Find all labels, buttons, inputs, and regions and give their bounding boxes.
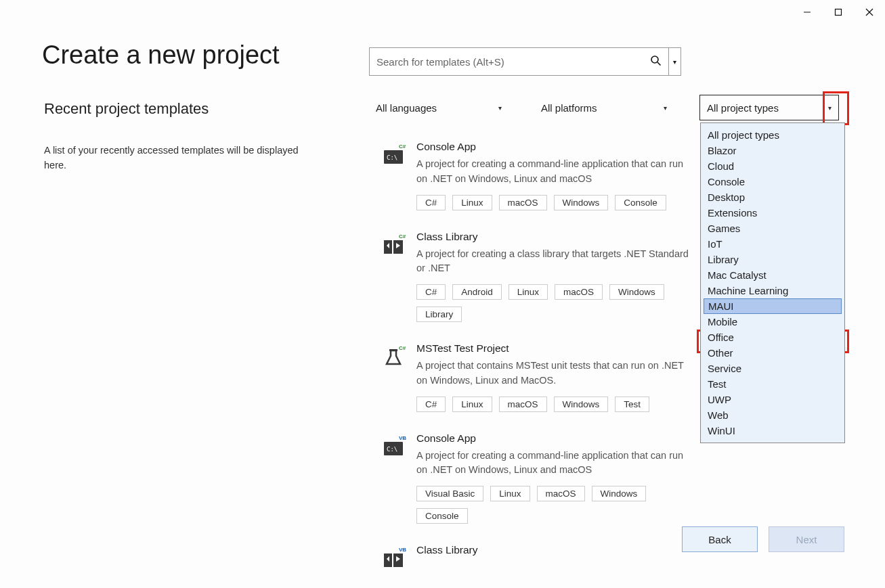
caret-down-icon: ▾: [673, 58, 676, 66]
project-type-option[interactable]: UWP: [701, 392, 844, 407]
caret-down-icon: ▾: [498, 104, 502, 112]
window-controls: [792, 0, 885, 24]
template-name: Console App: [416, 432, 694, 445]
svg-text:C#: C#: [399, 233, 406, 240]
template-tag: C#: [416, 397, 446, 412]
search-box[interactable]: [369, 47, 669, 76]
svg-text:VB: VB: [399, 435, 406, 441]
template-item[interactable]: C#Class LibraryA project for creating a …: [383, 231, 694, 323]
project-type-option[interactable]: Extensions: [701, 205, 844, 221]
template-tag: C#: [416, 195, 446, 210]
platform-filter[interactable]: All platforms ▾: [534, 95, 674, 120]
maximize-icon: [834, 8, 842, 16]
project-type-option[interactable]: Test: [701, 376, 844, 392]
template-body: Class LibraryA project for creating a cl…: [416, 231, 694, 323]
caret-down-icon: ▾: [664, 104, 667, 112]
template-tag: Windows: [554, 195, 609, 210]
project-type-option[interactable]: Service: [701, 361, 844, 376]
template-tag: macOS: [499, 195, 547, 210]
close-button[interactable]: [854, 2, 885, 22]
maximize-button[interactable]: [823, 2, 854, 22]
test-icon: C#: [383, 342, 407, 412]
svg-point-4: [651, 56, 658, 63]
project-type-option[interactable]: Office: [701, 330, 844, 345]
project-type-option[interactable]: Mac Catalyst: [701, 267, 844, 283]
template-tag: Windows: [609, 284, 664, 300]
search-icon: [650, 55, 662, 69]
template-tag: Console: [615, 195, 666, 210]
svg-rect-1: [836, 9, 842, 16]
template-tag: macOS: [537, 486, 585, 501]
template-tag: Linux: [490, 486, 530, 501]
project-type-option[interactable]: Mobile: [701, 314, 844, 330]
template-tag: Linux: [452, 195, 492, 210]
project-type-filter[interactable]: All project types ▾ All project typesBla…: [699, 95, 839, 120]
project-type-option[interactable]: Cloud: [701, 158, 844, 174]
project-type-option[interactable]: Other: [701, 345, 844, 361]
minimize-button[interactable]: [792, 2, 823, 22]
page-title: Create a new project: [42, 41, 280, 70]
project-type-option[interactable]: Blazor: [701, 143, 844, 158]
project-type-dropdown-panel: All project typesBlazorCloudConsoleDeskt…: [700, 122, 845, 443]
search-split-button[interactable]: ▾: [669, 47, 681, 76]
project-type-option[interactable]: Web: [701, 407, 844, 423]
svg-text:C:\: C:\: [387, 446, 397, 453]
recent-templates-column: Recent project templates A list of your …: [44, 100, 315, 173]
platform-filter-label: All platforms: [541, 102, 597, 114]
footer-buttons: Back Next: [682, 526, 844, 552]
close-icon: [865, 8, 873, 16]
template-item[interactable]: C#MSTest Test ProjectA project that cont…: [383, 342, 694, 412]
svg-text:C:\: C:\: [387, 154, 397, 161]
template-tag: Linux: [452, 397, 492, 412]
template-tags: C#LinuxmacOSWindowsConsole: [416, 195, 694, 210]
recent-templates-note: A list of your recently accessed templat…: [44, 143, 315, 173]
language-filter-label: All languages: [376, 102, 437, 114]
template-tag: macOS: [499, 397, 547, 412]
template-tag: Android: [452, 284, 502, 300]
search-input[interactable]: [376, 56, 650, 68]
project-type-option[interactable]: Library: [701, 252, 844, 267]
project-type-option[interactable]: IoT: [701, 236, 844, 252]
project-type-option[interactable]: WinUI: [701, 423, 844, 438]
project-type-option[interactable]: MAUI: [704, 298, 842, 314]
template-tag: macOS: [555, 284, 603, 300]
project-type-filter-label: All project types: [707, 102, 779, 114]
template-tag: Library: [416, 307, 462, 322]
language-filter[interactable]: All languages ▾: [369, 95, 509, 120]
template-tags: C#AndroidLinuxmacOSWindowsLibrary: [416, 284, 694, 322]
template-item[interactable]: C:\VBConsole AppA project for creating a…: [383, 432, 694, 524]
template-tag: Linux: [509, 284, 548, 300]
templates-column: ▾ All languages ▾ All platforms ▾ All pr…: [369, 47, 850, 588]
template-body: MSTest Test ProjectA project that contai…: [416, 342, 694, 412]
template-item[interactable]: VBClass Library: [383, 544, 694, 570]
template-tag: C#: [416, 284, 446, 300]
project-type-option[interactable]: All project types: [701, 127, 844, 143]
template-tag: Windows: [592, 486, 647, 501]
template-body: Console AppA project for creating a comm…: [416, 432, 694, 524]
template-tags: C#LinuxmacOSWindowsTest: [416, 397, 694, 412]
project-type-option[interactable]: Desktop: [701, 189, 844, 205]
filters-row: All languages ▾ All platforms ▾ All proj…: [369, 95, 850, 120]
project-type-option[interactable]: Machine Learning: [701, 283, 844, 298]
caret-down-icon: ▾: [828, 104, 832, 112]
search-row: ▾: [369, 47, 850, 76]
template-tag: Test: [615, 397, 649, 412]
back-button[interactable]: Back: [682, 526, 758, 552]
recent-templates-heading: Recent project templates: [44, 100, 315, 118]
template-name: Class Library: [416, 231, 694, 243]
next-button[interactable]: Next: [769, 526, 844, 552]
svg-text:C#: C#: [399, 143, 406, 150]
template-name: Class Library: [416, 544, 694, 556]
template-name: MSTest Test Project: [416, 342, 694, 355]
console-icon: C:\VB: [383, 432, 407, 524]
template-description: A project that contains MSTest unit test…: [416, 359, 694, 388]
project-type-option[interactable]: Games: [701, 221, 844, 236]
template-body: Class Library: [416, 544, 694, 570]
project-type-option[interactable]: Console: [701, 174, 844, 189]
template-body: Console AppA project for creating a comm…: [416, 141, 694, 210]
svg-rect-14: [389, 349, 397, 351]
template-item[interactable]: C:\C#Console AppA project for creating a…: [383, 141, 694, 210]
template-name: Console App: [416, 141, 694, 153]
template-description: A project for creating a class library t…: [416, 247, 694, 277]
template-description: A project for creating a command-line ap…: [416, 449, 694, 478]
